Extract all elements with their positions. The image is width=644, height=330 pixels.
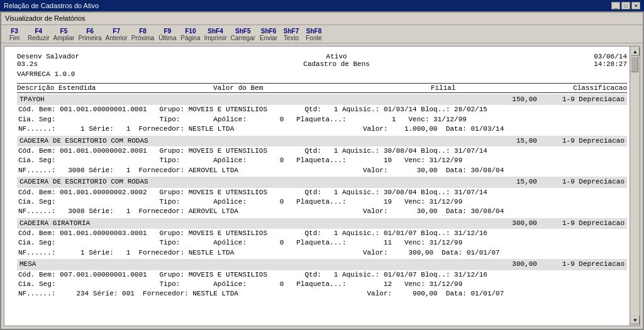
scroll-thumb[interactable]: [631, 57, 638, 72]
toolbar-label-shf7: Texto: [284, 35, 299, 41]
record-2-line-0: Cód. Bem: 001.001.00000002.0002 Grupo: M…: [17, 188, 627, 197]
toolbar-label-f3: Fim: [9, 35, 20, 41]
report-content: Desenv Salvador 03.2s Ativo Cadastro de …: [4, 47, 640, 307]
record-4-line-2: NF......: 234 Série: 001 Fornecedor: NES…: [17, 289, 627, 299]
toolbar: F3 Fim F4 Reduzir F5 Ampliar F6 Primeira…: [1, 25, 643, 43]
toolbar-label-f8: Próxima: [131, 35, 155, 41]
report-header: Desenv Salvador 03.2s Ativo Cadastro de …: [17, 53, 627, 68]
toolbar-label-f6: Primeira: [78, 35, 101, 41]
record-1: CADEIRA DE ESCRITORIO COM RODAS 15,00 1-…: [17, 136, 627, 176]
record-0-header: TPAYOH 150,00 1-9 Depreciacao: [17, 94, 627, 105]
record-3: CADEIRA GIRATORIA 300,00 1-9 Depreciacao…: [17, 218, 627, 258]
title-bar-text: Relação de Cadastros do Ativo: [4, 2, 99, 9]
toolbar-label-shf8: Fonte: [306, 35, 322, 41]
record-2-header: CADEIRA DE ESCRITORIO COM RODAS 15,00 1-…: [17, 177, 627, 187]
record-4-line-1: Cia. Seg: Tipo: Apólice: 0 Plaqueta...: …: [17, 280, 627, 289]
module-name: Ativo: [303, 53, 370, 60]
toolbar-f10[interactable]: F10 Página: [180, 28, 200, 41]
toolbar-key-shf6: ShF6: [261, 28, 276, 35]
record-0-class: 1-9 Depreciacao: [562, 95, 625, 104]
toolbar-key-shf7: ShF7: [284, 28, 299, 35]
minimize-button[interactable]: _: [611, 2, 620, 9]
toolbar-f8[interactable]: F8 Próxima: [131, 28, 155, 41]
report-header-right: 03/06/14 14:28:27: [594, 53, 627, 68]
report-header-left: Desenv Salvador 03.2s: [17, 53, 79, 68]
record-2-valor: 15,00: [516, 177, 537, 187]
system-version: VAFRRECA 1.0.0: [17, 70, 75, 78]
toolbar-f4[interactable]: F4 Reduzir: [28, 28, 49, 41]
col-class: Classificacao: [573, 84, 627, 92]
record-0-name: TPAYOH: [19, 95, 45, 104]
toolbar-f9[interactable]: F9 Última: [158, 28, 177, 41]
toolbar-f5[interactable]: F5 Ampliar: [53, 28, 74, 41]
record-1-header: CADEIRA DE ESCRITORIO COM RODAS 15,00 1-…: [17, 136, 627, 146]
record-0-line-0: Cód. Bem: 001.001.00000001.0001 Grupo: M…: [17, 105, 627, 114]
col-filial: Filial: [431, 84, 456, 92]
toolbar-key-f3: F3: [11, 28, 18, 35]
toolbar-label-f4: Reduzir: [28, 35, 49, 41]
toolbar-key-shf4: ShF4: [208, 28, 223, 35]
record-1-name: CADEIRA DE ESCRITORIO COM RODAS: [19, 136, 148, 146]
report-title: Cadastro de Bens: [303, 60, 370, 68]
toolbar-label-shf4: Imprimir: [204, 35, 226, 41]
toolbar-f6[interactable]: F6 Primeira: [78, 28, 101, 41]
toolbar-label-shf5: Carregar: [231, 35, 255, 41]
title-bar-controls[interactable]: _ □ ✕: [611, 2, 640, 9]
toolbar-key-f5: F5: [60, 28, 68, 35]
toolbar-key-shf8: ShF8: [306, 28, 321, 35]
record-2-line-1: Cia. Seg: Tipo: Apólice: 0 Plaqueta...: …: [17, 197, 627, 207]
record-1-line-2: NF......: 3008 Série: 1 Fornecedor: AERO…: [17, 166, 627, 175]
record-4: MESA 300,00 1-9 Depreciacao Cód. Bem: 00…: [17, 259, 627, 299]
toolbar-label-shf6: Enviar: [260, 35, 277, 41]
column-headers: Descrição Estendida Valor do Bem Filial …: [17, 83, 627, 93]
vertical-scrollbar[interactable]: ▲ ▼: [630, 47, 640, 326]
toolbar-key-f10: F10: [185, 28, 196, 35]
title-bar: Relação de Cadastros do Ativo _ □ ✕: [0, 0, 644, 11]
record-0: TPAYOH 150,00 1-9 Depreciacao Cód. Bem: …: [17, 94, 627, 135]
record-3-line-2: NF......: 1 Série: 1 Fornecedor: NESTLE …: [17, 248, 627, 258]
record-1-line-0: Cód. Bem: 001.001.00000002.0001 Grupo: M…: [17, 146, 627, 156]
record-3-header: CADEIRA GIRATORIA 300,00 1-9 Depreciacao: [17, 218, 627, 229]
toolbar-shf4[interactable]: ShF4 Imprimir: [204, 28, 226, 41]
record-0-line-2: NF......: 1 Série: 1 Fornecedor: NESTLE …: [17, 124, 627, 134]
record-1-line-1: Cia. Seg: Tipo: Apólice: 0 Plaqueta...: …: [17, 156, 627, 165]
record-3-line-1: Cia. Seg: Tipo: Apólice: 0 Plaqueta...: …: [17, 238, 627, 248]
maximize-button[interactable]: □: [621, 2, 630, 9]
toolbar-f7[interactable]: F7 Anterior: [106, 28, 128, 41]
record-1-valor: 15,00: [516, 136, 537, 146]
toolbar-label-f7: Anterior: [106, 35, 128, 41]
record-3-name: CADEIRA GIRATORIA: [19, 219, 90, 228]
toolbar-label-f9: Última: [158, 35, 176, 41]
system-line: VAFRRECA 1.0.0: [17, 70, 627, 78]
toolbar-shf5[interactable]: ShF5 Carregar: [231, 28, 255, 41]
report-time: 14:28:27: [594, 60, 627, 68]
window-title: Visualizador de Relatórios: [1, 13, 643, 25]
toolbar-f3[interactable]: F3 Fim: [5, 28, 24, 41]
record-4-line-0: Cód. Bem: 007.001.00000001.0001 Grupo: M…: [17, 270, 627, 280]
record-4-class: 1-9 Depreciacao: [562, 260, 625, 269]
toolbar-key-f6: F6: [86, 28, 94, 35]
record-0-valor: 150,00: [512, 95, 537, 104]
record-4-name: MESA: [19, 260, 36, 269]
toolbar-key-f9: F9: [164, 28, 171, 35]
record-3-class: 1-9 Depreciacao: [562, 219, 625, 228]
col-valor: Valor do Bem: [213, 84, 263, 92]
toolbar-shf8[interactable]: ShF8 Fonte: [304, 28, 323, 41]
main-window: Visualizador de Relatórios F3 Fim F4 Red…: [0, 11, 644, 330]
record-4-header: MESA 300,00 1-9 Depreciacao: [17, 259, 627, 270]
close-button[interactable]: ✕: [631, 2, 640, 9]
record-2-line-2: NF......: 3008 Série: 1 Fornecedor: AERO…: [17, 207, 627, 216]
toolbar-shf6[interactable]: ShF6 Enviar: [259, 28, 278, 41]
record-2-class: 1-9 Depreciacao: [562, 177, 625, 187]
toolbar-label-f10: Página: [180, 35, 200, 41]
toolbar-label-f5: Ampliar: [53, 35, 74, 41]
report-date: 03/06/14: [594, 53, 627, 60]
version: 03.2s: [17, 60, 79, 68]
scroll-down-button[interactable]: ▼: [631, 316, 640, 324]
record-0-line-1: Cia. Seg: Tipo: Apólice: 0 Plaqueta...: …: [17, 115, 627, 124]
report-header-center: Ativo Cadastro de Bens: [303, 53, 370, 68]
scroll-up-button[interactable]: ▲: [631, 47, 640, 56]
toolbar-shf7[interactable]: ShF7 Texto: [282, 28, 301, 41]
record-2: CADEIRA DE ESCRITORIO COM RODAS 15,00 1-…: [17, 177, 627, 217]
content-area[interactable]: Desenv Salvador 03.2s Ativo Cadastro de …: [4, 46, 640, 326]
